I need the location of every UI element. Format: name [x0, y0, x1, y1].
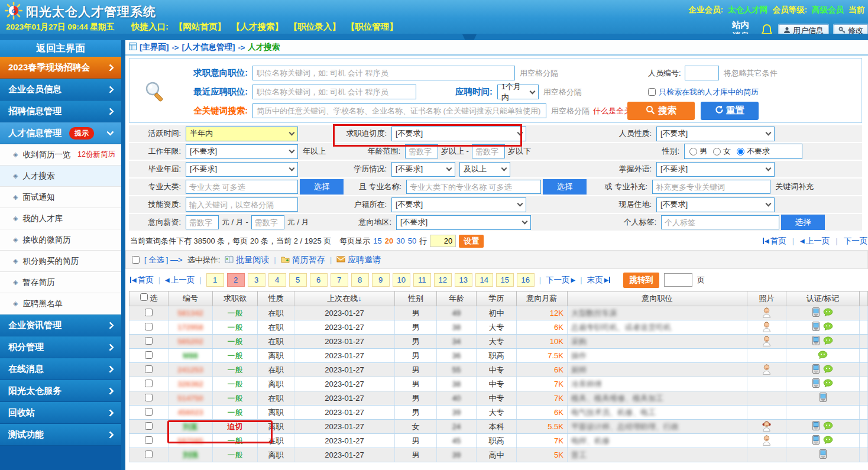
per-page-15[interactable]: 15: [373, 236, 381, 245]
resume-save-link[interactable]: 简历暂存: [281, 255, 325, 265]
intent-input[interactable]: [252, 66, 515, 80]
age-min-input[interactable]: [405, 144, 438, 158]
row-checkbox[interactable]: [145, 394, 153, 401]
phone-verified-icon[interactable]: [812, 336, 820, 347]
candidate-id[interactable]: 刘强: [183, 450, 198, 459]
page-number-button[interactable]: 15: [496, 273, 514, 287]
quick-link-job-entry[interactable]: 【职位录入】: [289, 21, 341, 33]
wechat-chat-icon[interactable]: [823, 308, 833, 319]
candidate-id[interactable]: 刘某: [183, 422, 198, 431]
header-salary[interactable]: 意向月薪: [517, 291, 568, 306]
avatar-male-icon[interactable]: [762, 339, 772, 348]
page-number-button[interactable]: 10: [393, 273, 410, 287]
row-checkbox[interactable]: [145, 436, 153, 444]
header-desire[interactable]: 求职欲: [213, 291, 258, 306]
row-checkbox[interactable]: [145, 323, 153, 330]
education-select[interactable]: [不要求]: [391, 162, 455, 177]
header-jobs[interactable]: 意向职位: [568, 291, 747, 306]
wechat-chat-icon[interactable]: [823, 336, 833, 347]
page-number-button[interactable]: 7: [331, 273, 348, 287]
page-number-button[interactable]: 12: [434, 273, 452, 287]
mybank-only-checkbox[interactable]: [648, 88, 656, 96]
header-gender[interactable]: 性别: [395, 291, 437, 306]
page-number-button[interactable]: 6: [310, 273, 328, 287]
candidate-id[interactable]: 581342: [177, 309, 203, 317]
sidebar-item-test[interactable]: 测试功能: [0, 424, 121, 446]
sidebar-item-temp-resumes[interactable]: ◈ 暂存简历: [0, 272, 121, 293]
wechat-chat-icon[interactable]: [823, 379, 833, 390]
sidebar-item-my-talent-bank[interactable]: ◈ 我的人才库: [0, 208, 121, 229]
page-number-button[interactable]: 14: [475, 273, 493, 287]
candidate-id[interactable]: M88: [183, 351, 197, 360]
phone-verified-icon[interactable]: [820, 449, 827, 461]
first-page-link[interactable]: ◀首页: [130, 275, 154, 286]
page-number-button[interactable]: 8: [351, 273, 369, 287]
select-all-checkbox[interactable]: [132, 256, 140, 264]
sidebar-item-member-info[interactable]: 企业会员信息: [0, 79, 121, 101]
wechat-chat-icon[interactable]: [823, 365, 833, 375]
header-nature[interactable]: 性质: [258, 291, 294, 306]
header-age[interactable]: 年龄: [437, 291, 477, 306]
per-page-20[interactable]: 20: [385, 236, 393, 245]
breadcrumb-main[interactable]: [主界面]: [140, 42, 169, 53]
person-id-input[interactable]: [685, 66, 719, 80]
reset-button[interactable]: 重置: [701, 102, 759, 120]
major-cat-select-button[interactable]: 选择: [300, 179, 344, 195]
quick-link-talent-search[interactable]: 【人才搜索】: [232, 21, 283, 33]
wechat-chat-icon[interactable]: [823, 422, 833, 432]
invite-link[interactable]: 应聘邀请: [336, 255, 381, 265]
sidebar-item-blacklist[interactable]: ◈ 应聘黑名单: [0, 293, 121, 315]
avatar-female-icon[interactable]: [762, 424, 772, 433]
candidate-id[interactable]: 172958: [177, 323, 203, 332]
phone-verified-icon[interactable]: [812, 378, 820, 390]
page-number-button[interactable]: 3: [248, 273, 265, 287]
prev-page-link[interactable]: ◀上一页: [165, 275, 195, 286]
set-button[interactable]: 设置: [459, 235, 484, 248]
sidebar-item-recruit-mgmt[interactable]: 招聘信息管理: [0, 101, 121, 122]
avatar-male-icon[interactable]: [762, 311, 772, 320]
per-page-input[interactable]: [430, 235, 456, 247]
keyword-input[interactable]: [252, 103, 546, 118]
major-extra-input[interactable]: [652, 180, 770, 194]
residence-select[interactable]: [不要求]: [656, 197, 775, 212]
page-number-button[interactable]: 4: [268, 273, 286, 287]
search-button[interactable]: 搜索: [627, 102, 695, 120]
page-number-button[interactable]: 13: [455, 273, 472, 287]
header-select-checkbox[interactable]: [140, 293, 148, 301]
phone-verified-icon[interactable]: [812, 421, 820, 432]
gender-any-radio[interactable]: [737, 148, 744, 155]
sidebar-item-service[interactable]: 阳光太仓服务: [0, 380, 121, 402]
row-checkbox[interactable]: [145, 309, 153, 316]
last-page-link[interactable]: 末页▶: [587, 275, 611, 286]
per-page-50[interactable]: 50: [408, 236, 416, 245]
major-name-input[interactable]: [406, 180, 541, 194]
row-checkbox[interactable]: [145, 450, 153, 458]
sidebar-item-talent-search[interactable]: ◈ 人才搜索: [0, 166, 121, 187]
urgency-select[interactable]: [不要求]: [391, 127, 526, 141]
avatar-male-icon[interactable]: [762, 439, 772, 448]
sidebar-item-recycle[interactable]: 回收站: [0, 402, 121, 424]
goto-button[interactable]: 跳转到: [623, 273, 659, 288]
header-id[interactable]: 编号: [169, 291, 213, 306]
phone-verified-icon[interactable]: [812, 435, 820, 446]
recent-input[interactable]: [252, 85, 416, 99]
sidebar-item-points-mgmt[interactable]: 积分管理: [0, 336, 121, 358]
quick-link-home[interactable]: 【网站首页】: [174, 21, 226, 33]
region-select[interactable]: [不要求]: [396, 215, 531, 230]
hukou-select[interactable]: [不要求]: [391, 197, 526, 212]
row-checkbox[interactable]: [145, 422, 153, 430]
sidebar-item-talent-mgmt[interactable]: 人才信息管理 提示: [0, 122, 121, 144]
phone-verified-icon[interactable]: [820, 393, 827, 404]
phone-verified-icon[interactable]: [812, 364, 820, 375]
wechat-chat-icon[interactable]: [823, 436, 833, 446]
major-name-select-button[interactable]: 选择: [543, 179, 587, 195]
tag-input[interactable]: [661, 215, 779, 229]
sidebar-item-received-resumes[interactable]: ◈ 收到简历一览 12份新简历: [0, 144, 121, 166]
gender-male-radio[interactable]: [689, 148, 697, 155]
phone-verified-icon[interactable]: [812, 307, 820, 319]
sidebar-item-online-msg[interactable]: 在线消息: [0, 358, 121, 380]
batch-read-link[interactable]: 批量阅读: [225, 255, 269, 265]
avatar-male-icon[interactable]: [762, 368, 772, 377]
page-number-button[interactable]: 2: [227, 273, 245, 287]
language-select[interactable]: [不要求]: [656, 162, 775, 177]
